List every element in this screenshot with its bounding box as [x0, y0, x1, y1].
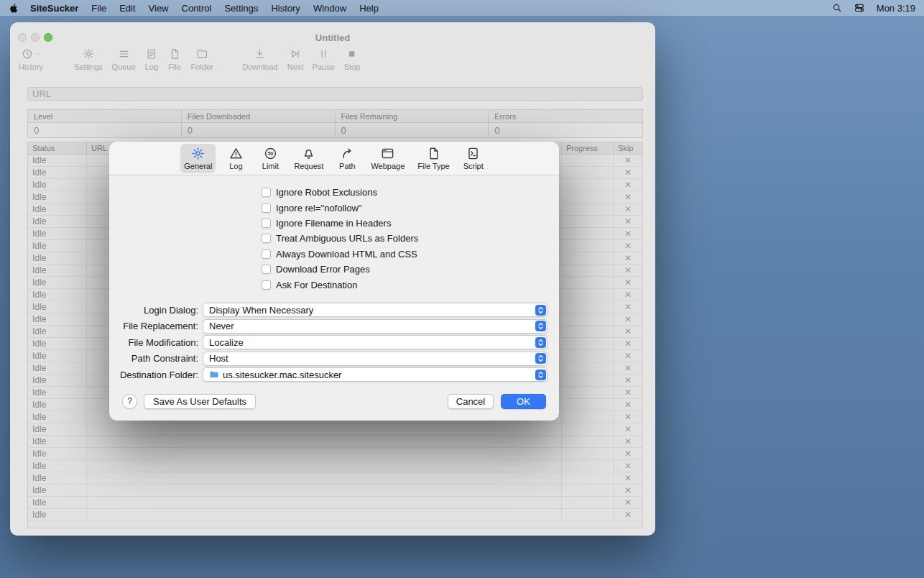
popup-login-dialog[interactable]: Display When Necessary — [203, 303, 548, 317]
toolbar-button-folder[interactable]: Folder — [190, 47, 213, 71]
checkbox-label: Treat Ambiguous URLs as Folders — [276, 233, 418, 244]
toolbar-button-queue[interactable]: Queue — [111, 47, 135, 71]
progress-cell — [562, 375, 614, 386]
toolbar-button-download[interactable]: Download — [243, 47, 278, 71]
skip-button[interactable]: ✕ — [624, 462, 632, 470]
skip-cell: ✕ — [614, 179, 642, 191]
skip-button[interactable]: ✕ — [624, 400, 632, 409]
popup-file-modification[interactable]: Localize — [203, 335, 548, 349]
tab-limit[interactable]: 50Limit — [256, 144, 285, 173]
skip-button[interactable]: ✕ — [624, 339, 632, 348]
checkbox-download-error-pages[interactable] — [262, 265, 271, 274]
tab-log[interactable]: Log — [221, 144, 250, 173]
skip-button[interactable]: ✕ — [624, 364, 632, 372]
column-header-skip[interactable]: Skip — [614, 142, 642, 154]
skip-button[interactable]: ✕ — [624, 242, 632, 250]
tab-general[interactable]: General — [180, 144, 216, 173]
stat-errors: Errors0 — [489, 110, 642, 137]
checkbox-ignore-robot-exclusions[interactable] — [262, 188, 271, 197]
checkbox-ignore-rel-nofollow[interactable] — [262, 203, 271, 213]
skip-button[interactable]: ✕ — [624, 376, 632, 385]
skip-button[interactable]: ✕ — [624, 205, 632, 214]
spotlight-search-icon[interactable] — [832, 3, 842, 13]
help-button[interactable]: ? — [122, 394, 137, 409]
skip-button[interactable]: ✕ — [624, 180, 632, 189]
next-icon — [290, 47, 301, 61]
skip-button[interactable]: ✕ — [624, 449, 632, 458]
menu-item-window[interactable]: Window — [307, 3, 353, 14]
column-header-progress[interactable]: Progress — [562, 142, 614, 154]
skip-button[interactable]: ✕ — [624, 217, 632, 226]
cancel-button[interactable]: Cancel — [448, 394, 494, 409]
dialog-footer: ? Save As User Defaults Cancel OK — [122, 393, 546, 410]
save-defaults-button[interactable]: Save As User Defaults — [144, 394, 256, 409]
folder-icon — [196, 47, 208, 61]
skip-button[interactable]: ✕ — [624, 168, 632, 177]
skip-button[interactable]: ✕ — [624, 413, 632, 421]
checkbox-treat-ambiguous-urls-as-folders[interactable] — [262, 234, 271, 243]
url-input[interactable] — [27, 87, 643, 101]
control-center-icon[interactable] — [854, 3, 864, 13]
skip-button[interactable]: ✕ — [624, 327, 632, 336]
skip-button[interactable]: ✕ — [624, 498, 632, 507]
menu-item-settings[interactable]: Settings — [218, 3, 264, 14]
window-title: Untitled — [10, 32, 655, 43]
ok-button[interactable]: OK — [501, 394, 546, 409]
popup-file-replacement[interactable]: Never — [203, 319, 548, 334]
download-icon — [254, 47, 266, 61]
checkbox-always-download-html-and-css[interactable] — [262, 249, 271, 259]
skip-button[interactable]: ✕ — [624, 229, 632, 238]
menu-item-control[interactable]: Control — [175, 3, 218, 14]
skip-button[interactable]: ✕ — [624, 278, 632, 287]
skip-cell: ✕ — [614, 375, 642, 386]
menu-item-file[interactable]: File — [85, 3, 113, 14]
skip-button[interactable]: ✕ — [624, 266, 632, 275]
alert-icon — [229, 147, 243, 161]
menu-item-edit[interactable]: Edit — [113, 3, 142, 14]
skip-button[interactable]: ✕ — [624, 156, 632, 165]
skip-button[interactable]: ✕ — [624, 425, 632, 434]
checkbox-ask-for-destination[interactable] — [262, 280, 271, 290]
skip-button[interactable]: ✕ — [624, 388, 632, 397]
menu-item-sitesucker[interactable]: SiteSucker — [24, 3, 85, 14]
skip-button[interactable]: ✕ — [624, 474, 632, 482]
skip-button[interactable]: ✕ — [624, 486, 632, 495]
script-icon — [466, 147, 480, 161]
skip-button[interactable]: ✕ — [624, 193, 632, 201]
skip-button[interactable]: ✕ — [624, 315, 632, 324]
toolbar-button-settings[interactable]: Settings — [74, 47, 103, 71]
tab-request[interactable]: Request — [290, 144, 327, 173]
skip-button[interactable]: ✕ — [624, 254, 632, 262]
toolbar-button-stop[interactable]: Stop — [344, 47, 361, 71]
popup-path-constraint[interactable]: Host — [203, 352, 548, 366]
skip-button[interactable]: ✕ — [624, 437, 632, 446]
tab-webpage[interactable]: Webpage — [367, 144, 408, 173]
skip-cell: ✕ — [614, 265, 642, 276]
menu-item-view[interactable]: View — [142, 3, 175, 14]
tab-script[interactable]: Script — [459, 144, 488, 173]
desktop: SiteSuckerFileEditViewControlSettingsHis… — [0, 0, 924, 578]
progress-cell — [562, 313, 614, 325]
toolbar-button-file[interactable]: File — [168, 47, 181, 71]
skip-button[interactable]: ✕ — [624, 290, 632, 299]
toolbar-button-history[interactable]: History — [19, 47, 43, 71]
toolbar-button-log[interactable]: Log — [145, 47, 158, 71]
menu-clock[interactable]: Mon 3:19 — [877, 3, 915, 14]
toolbar-button-pause[interactable]: Pause — [312, 47, 334, 71]
column-header-status[interactable]: Status — [28, 142, 87, 154]
menu-item-history[interactable]: History — [264, 3, 306, 14]
skip-button[interactable]: ✕ — [624, 510, 632, 519]
menu-item-help[interactable]: Help — [353, 3, 385, 14]
table-row: Idle✕ — [28, 509, 642, 521]
apple-menu-icon[interactable] — [9, 3, 19, 14]
skip-button[interactable]: ✕ — [624, 303, 632, 311]
tab-file-type[interactable]: File Type — [414, 144, 453, 173]
skip-button[interactable]: ✕ — [624, 352, 632, 360]
toolbar-button-next[interactable]: Next — [287, 47, 304, 71]
gear-icon — [83, 47, 94, 61]
stat-label: Level — [28, 110, 181, 123]
stat-value: 0 — [28, 123, 181, 137]
popup-destination-folder[interactable]: us.sitesucker.mac.sitesucker — [203, 367, 548, 382]
checkbox-ignore-filename-in-headers[interactable] — [262, 219, 271, 228]
tab-path[interactable]: Path — [333, 144, 361, 173]
